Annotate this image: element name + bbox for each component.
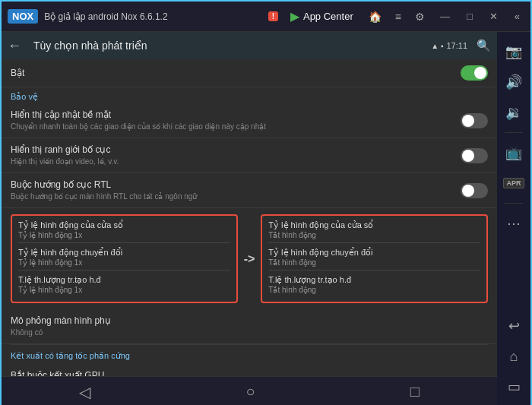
sidebar-home-icon[interactable]: ⌂ xyxy=(500,343,527,370)
warning-badge: ! xyxy=(268,11,278,21)
sidebar-screen-icon[interactable]: 📺 xyxy=(500,139,527,166)
comp-right-item-3: T.lệ th.lượng tr.tạo h.đ Tắt hình động xyxy=(268,275,480,297)
comp-left-value-1: Tỷ lệ hình động 1x xyxy=(18,231,230,239)
comp-right-value-1: Tắt hình động xyxy=(268,231,480,239)
comp-left-title-2: Tỷ lệ hình động chuyển đổi xyxy=(18,248,230,258)
sidebar-more-icon[interactable]: ⋯ xyxy=(500,210,527,237)
sidebar-divider-2 xyxy=(505,203,523,204)
sidebar-overview-icon[interactable]: ▭ xyxy=(500,373,527,400)
ket-xuat-header: Kết xuất có tầng tốc phần cứng xyxy=(2,345,497,364)
mo-phong-title: Mô phỏng màn hình phụ xyxy=(11,315,488,326)
ket-xuat-title-1: Bắt buộc kết xuất GPU xyxy=(11,370,488,376)
toggle-3[interactable] xyxy=(461,183,488,198)
setting-title-2: Hiển thị ranh giới bố cục xyxy=(11,144,461,155)
comp-right-title-2: Tỷ lệ hình động chuyển đổi xyxy=(268,248,480,258)
comp-left-title-3: T.lệ th.lượng tr.tạo h.đ xyxy=(18,275,230,285)
toggle-2[interactable] xyxy=(461,148,488,163)
status-bar: ▲ ▪ 17:11 🔍 xyxy=(431,39,491,52)
toggle-1[interactable] xyxy=(461,113,488,128)
maximize-button[interactable]: □ xyxy=(462,9,477,24)
time-display: 17:11 xyxy=(446,41,467,50)
minimize-button[interactable]: — xyxy=(435,9,454,24)
setting-desc-1: Chuyển nhanh toàn bộ các giao diện của s… xyxy=(11,122,461,131)
settings-icon[interactable]: ⚙ xyxy=(412,9,428,24)
right-sidebar: 📷 🔊 🔉 📺 APR ⋯ ↩ ⌂ ▭ xyxy=(497,32,530,405)
nav-recent-button[interactable]: □ xyxy=(401,380,429,403)
mo-phong-value: Không có xyxy=(11,327,488,337)
setting-title-3: Buộc hướng bố cục RTL xyxy=(11,179,461,190)
play-icon: ▶ xyxy=(290,9,299,24)
mo-phong-setting[interactable]: Mô phỏng màn hình phụ Không có xyxy=(2,309,497,344)
bao-ve-header: Bảo vệ xyxy=(2,87,497,103)
sidebar-camera-icon[interactable]: 📷 xyxy=(500,38,527,65)
setting-title-1: Hiển thị cập nhật bề mặt xyxy=(11,109,461,120)
android-content: Bật Bảo vệ Hiển thị cập nhật bề mặt Chuy… xyxy=(2,59,497,376)
title-bar-icons: 🏠 ≡ ⚙ — □ ✕ « xyxy=(366,9,524,24)
signal-icons: ▲ ▪ xyxy=(431,42,443,50)
main-layout: ← Tùy chọn nhà phát triển ▲ ▪ 17:11 🔍 Bậ… xyxy=(2,32,530,405)
title-bar: NOX Bộ giả lập android Nox 6.6.1.2 ! ▶ A… xyxy=(2,2,530,32)
app-center-label: App Center xyxy=(303,11,353,22)
comparison-area: Tỷ lệ hình động của cửa sổ Tỷ lệ hình độ… xyxy=(2,208,497,309)
comp-right-title-3: T.lệ th.lượng tr.tạo h.đ xyxy=(268,275,480,285)
android-nav: ◁ ○ □ xyxy=(2,376,497,405)
comp-left-item-1: Tỷ lệ hình động của cửa sổ Tỷ lệ hình độ… xyxy=(18,220,230,243)
comparison-arrow: -> xyxy=(244,252,255,266)
comp-right-title-1: Tỷ lệ hình động của cửa sổ xyxy=(268,220,480,230)
screen-title: Tùy chọn nhà phát triển xyxy=(33,40,425,52)
sidebar-apr-icon[interactable]: APR xyxy=(500,169,527,197)
comparison-left: Tỷ lệ hình động của cửa sổ Tỷ lệ hình độ… xyxy=(11,214,238,303)
home-icon[interactable]: 🏠 xyxy=(366,9,385,24)
sidebar-divider-1 xyxy=(505,132,523,133)
app-title: Bộ giả lập android Nox 6.6.1.2 xyxy=(44,11,261,22)
android-screen: ← Tùy chọn nhà phát triển ▲ ▪ 17:11 🔍 Bậ… xyxy=(2,32,497,405)
comp-right-item-2: Tỷ lệ hình động chuyển đổi Tắt hình động xyxy=(268,248,480,271)
nav-home-button[interactable]: ○ xyxy=(236,380,264,403)
apr-badge: APR xyxy=(503,178,524,188)
nox-logo: NOX xyxy=(8,9,38,24)
comp-right-item-1: Tỷ lệ hình động của cửa sổ Tắt hình động xyxy=(268,220,480,243)
bat-setting: Bật xyxy=(2,59,497,87)
setting-item-1: Hiển thị cập nhật bề mặt Chuyển nhanh to… xyxy=(2,103,497,138)
android-back-button[interactable]: ← xyxy=(8,38,21,54)
setting-desc-2: Hiện thị viền đoạn video, lề, v.v. xyxy=(11,157,461,166)
comparison-right: Tỷ lệ hình động của cửa sổ Tắt hình động… xyxy=(261,214,488,303)
comp-left-item-2: Tỷ lệ hình động chuyển đổi Tỷ lệ hình độ… xyxy=(18,248,230,271)
comp-left-title-1: Tỷ lệ hình động của cửa sổ xyxy=(18,220,230,230)
comp-left-value-2: Tỷ lệ hình động 1x xyxy=(18,258,230,267)
menu-icon[interactable]: ≡ xyxy=(392,9,404,24)
ket-xuat-item-1: Bắt buộc kết xuất GPU Bắt buộc sử dụng G… xyxy=(2,364,497,376)
nav-back-button[interactable]: ◁ xyxy=(70,380,100,404)
bat-toggle[interactable] xyxy=(461,65,488,81)
search-icon[interactable]: 🔍 xyxy=(477,39,491,52)
bat-label: Bật xyxy=(11,68,461,78)
sidebar-volume-down-icon[interactable]: 🔉 xyxy=(500,99,527,126)
close-button[interactable]: ✕ xyxy=(485,9,502,24)
comp-left-item-3: T.lệ th.lượng tr.tạo h.đ Tỷ lệ hình động… xyxy=(18,275,230,297)
setting-item-3: Buộc hướng bố cục RTL Buộc hướng bố cục … xyxy=(2,173,497,208)
setting-desc-3: Buộc hướng bố cục màn hình RTL cho tất c… xyxy=(11,191,461,201)
comp-right-value-3: Tắt hình động xyxy=(268,286,480,294)
app-center-button[interactable]: ▶ App Center xyxy=(284,7,359,26)
comp-left-value-3: Tỷ lệ hình động 1x xyxy=(18,286,230,294)
sidebar-back-icon[interactable]: ↩ xyxy=(500,312,527,340)
android-topbar: ← Tùy chọn nhà phát triển ▲ ▪ 17:11 🔍 xyxy=(2,32,497,59)
setting-item-2: Hiển thị ranh giới bố cục Hiện thị viền … xyxy=(2,138,497,173)
back-nav-button[interactable]: « xyxy=(510,9,524,24)
comp-right-value-2: Tắt hình động xyxy=(268,258,480,267)
sidebar-volume-up-icon[interactable]: 🔊 xyxy=(500,68,527,96)
